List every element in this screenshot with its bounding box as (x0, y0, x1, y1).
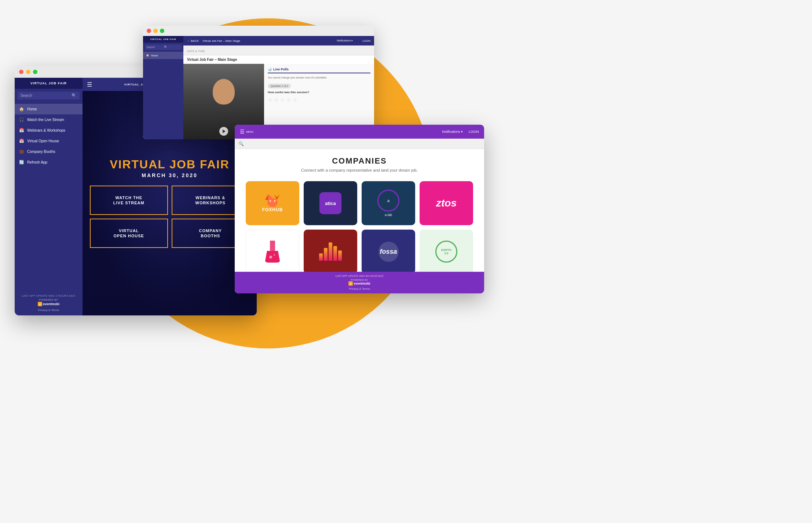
star-3[interactable]: ☆ (280, 97, 285, 103)
svg-point-5 (274, 200, 275, 202)
browser-search-placeholder: Search (147, 46, 163, 48)
login-button[interactable]: LOGIN (362, 40, 370, 42)
company-card-alab[interactable]: a a-lab (362, 181, 415, 225)
poll-notice: You cannot change your answer once it's … (268, 76, 370, 79)
minimize-dot[interactable] (153, 29, 158, 33)
company-card-accordion[interactable] (304, 230, 357, 272)
hamburger-icon[interactable]: ☰ (240, 129, 245, 135)
maximize-button-dot[interactable] (33, 70, 37, 74)
session-title: Virtual Job Fair – Main Stage (202, 39, 240, 43)
sidebar-item-label: Watch the Live Stream (27, 118, 64, 122)
company-card-beaker[interactable] (246, 230, 299, 272)
company-card-earth[interactable]: EARTH2.0 (420, 230, 473, 272)
fossa-content: fossa (378, 242, 399, 262)
companies-grid: FOXHUB atica a a-lab ztos (246, 181, 473, 272)
beaker-icon (263, 239, 282, 264)
calendar2-icon: 📅 (19, 139, 24, 143)
maximize-dot[interactable] (160, 29, 164, 33)
search-icon: 🔍 (238, 141, 244, 146)
hero-title-white: VIRTUAL (110, 158, 169, 171)
minimize-button-dot[interactable] (26, 70, 30, 74)
earth-circle: EARTH2.0 (435, 241, 457, 263)
home-icon: 🏠 (19, 107, 24, 111)
briefcase-icon: 💼 (19, 149, 24, 154)
svg-point-7 (269, 256, 272, 259)
sidebar-search-container[interactable]: 🔍 (18, 92, 80, 99)
foxhub-label: FOXHUB (262, 207, 283, 212)
star-4[interactable]: ☆ (286, 97, 291, 103)
star-1[interactable]: ☆ (268, 97, 273, 103)
hero-card-text: WEBINARS &WORKSHOPS (195, 195, 226, 206)
video-face (213, 79, 235, 105)
privacy-terms-link[interactable]: Privacy & Terms (349, 287, 370, 290)
hero-title-yellow: JOB FAIR (169, 158, 230, 171)
star-rating[interactable]: ☆ ☆ ☆ ☆ ☆ (268, 97, 370, 103)
browser-window: VIRTUAL JOB FAIR Search 🔍 🏠 Home ← BACK … (143, 26, 374, 139)
hero-title: VIRTUAL JOB FAIR (90, 158, 249, 170)
companies-heading: COMPANIES (246, 156, 473, 166)
company-card-atica[interactable]: atica (304, 181, 357, 225)
sidebar-nav: 🏠 Home 🎧 Watch the Live Stream 📅 Webinar… (15, 102, 83, 291)
hero-card-text: WATCH THELIVE STREAM (113, 195, 145, 206)
date-time-label: DATE & TIME (187, 50, 205, 52)
sidebar: VIRTUAL JOB FAIR 🔍 🏠 Home 🎧 Watch the Li… (15, 78, 83, 315)
play-button[interactable] (219, 127, 228, 136)
back-button[interactable]: ← BACK (187, 39, 199, 43)
footer-powered-text: POWERED BY (351, 279, 368, 281)
hero-inner: VIRTUAL JOB FAIR MARCH 30, 2020 WATCH TH… (90, 158, 249, 248)
companies-search-bar[interactable]: 🔍 (235, 139, 484, 149)
sidebar-item-refresh-app[interactable]: 🔄 Refresh App (15, 157, 83, 168)
sidebar-item-company-booths[interactable]: 💼 Company Booths (15, 146, 83, 157)
privacy-terms-link[interactable]: Privacy & Terms (18, 308, 79, 312)
sidebar-item-virtual-open-house[interactable]: 📅 Virtual Open House (15, 136, 83, 146)
date-time-bar: DATE & TIME (183, 45, 374, 55)
browser-chrome2 (143, 26, 374, 36)
eventmobi-name: eventmobi (43, 302, 59, 306)
play-icon (223, 129, 226, 133)
browser-main: ← BACK Virtual Job Fair – Main Stage Not… (183, 36, 374, 139)
hamburger-menu-icon[interactable]: ☰ (87, 81, 92, 88)
company-card-fossa[interactable]: fossa (362, 230, 415, 272)
hero-card-virtual-open-house[interactable]: VIRTUALOPEN HOUSE (90, 219, 168, 248)
company-card-foxhub[interactable]: FOXHUB (246, 181, 299, 225)
browser-search-bar[interactable]: Search 🔍 (145, 44, 182, 50)
powered-by-text: POWERED BY (18, 299, 79, 301)
notifications-button[interactable]: Notifications ▾ (337, 39, 353, 42)
login-button[interactable]: LOGIN (469, 130, 479, 134)
hero-card-watch-live-stream[interactable]: WATCH THELIVE STREAM (90, 186, 168, 215)
notifications-button[interactable]: Notifications ▾ (442, 130, 463, 134)
bar-5 (338, 250, 342, 261)
browser-inner: VIRTUAL JOB FAIR Search 🔍 🏠 Home ← BACK … (143, 36, 374, 139)
star-5[interactable]: ☆ (293, 97, 297, 103)
browser-sidebar: VIRTUAL JOB FAIR Search 🔍 🏠 Home (143, 36, 183, 139)
svg-rect-6 (270, 241, 275, 251)
question-number: Question 1 of 2 (268, 84, 291, 88)
sidebar-item-webinars[interactable]: 📅 Webinars & Workshops (15, 125, 83, 136)
sidebar-item-label: Virtual Open House (27, 139, 59, 143)
alab-label: a-lab (385, 213, 392, 217)
ztos-label: ztos (436, 197, 457, 209)
bar-3 (329, 242, 332, 261)
sidebar-item-watch-live-stream[interactable]: 🎧 Watch the Live Stream (15, 114, 83, 125)
footer-eventmobi-name: eventmobi (354, 282, 370, 285)
sidebar-footer: LAST APP UPDATE WAS 2 HOURS AGO POWERED … (15, 291, 83, 315)
search-input[interactable] (21, 94, 72, 98)
svg-point-8 (274, 254, 275, 256)
sidebar-item-label: Webinars & Workshops (27, 128, 65, 132)
close-button-dot[interactable] (19, 70, 23, 74)
star-2[interactable]: ☆ (274, 97, 279, 103)
browser-home-nav[interactable]: 🏠 Home (143, 52, 183, 59)
companies-subheading: Connect with a company representative an… (246, 168, 473, 172)
headphone-icon: 🎧 (19, 117, 24, 122)
bar-2 (324, 248, 328, 261)
last-update-text: LAST APP UPDATE WAS 2 HOURS AGO (18, 295, 79, 297)
browser-topbar: ← BACK Virtual Job Fair – Main Stage Not… (183, 36, 374, 45)
eventmobi-logo: e eventmobi (18, 302, 79, 306)
sidebar-item-home[interactable]: 🏠 Home (15, 104, 83, 114)
live-polls-title: 📊 Live Polls (268, 67, 370, 73)
hero-card-text: VIRTUALOPEN HOUSE (114, 228, 144, 239)
browser-search-icon: 🔍 (164, 45, 180, 49)
close-dot[interactable] (147, 29, 151, 33)
footer-eventmobi-logo: e eventmobi (348, 281, 370, 286)
company-card-ztos[interactable]: ztos (420, 181, 473, 225)
